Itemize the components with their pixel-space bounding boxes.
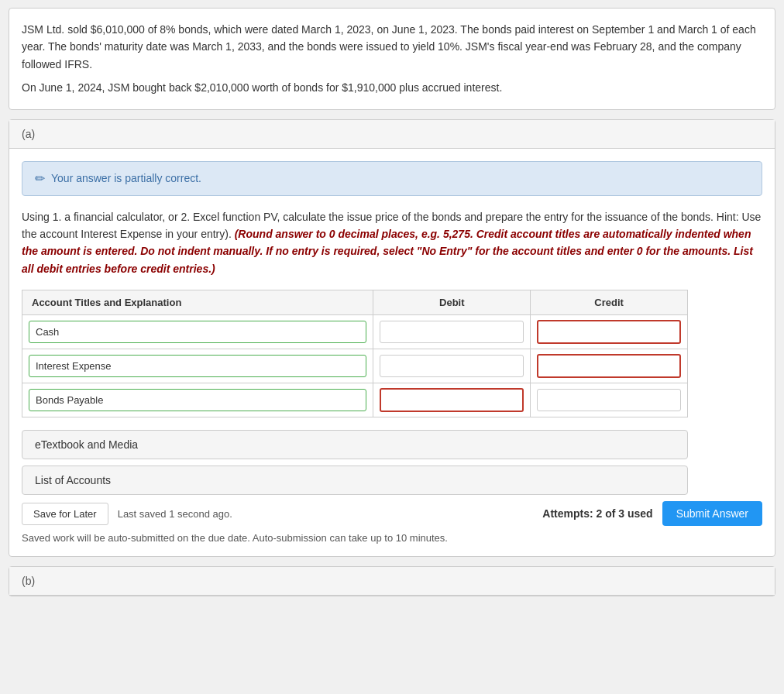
problem-text: JSM Ltd. sold $6,010,000 of 8% bonds, wh… bbox=[22, 21, 762, 73]
credit-input-3[interactable] bbox=[537, 389, 681, 411]
pencil-icon: ✏ bbox=[35, 171, 45, 186]
debit-cell-2 bbox=[373, 349, 531, 383]
section-a-header: (a) bbox=[9, 120, 775, 149]
problem-container: JSM Ltd. sold $6,010,000 of 8% bonds, wh… bbox=[9, 8, 775, 110]
account-input-3[interactable] bbox=[29, 389, 366, 411]
col-header-debit: Debit bbox=[373, 290, 531, 315]
debit-cell-1 bbox=[373, 315, 531, 349]
section-a-body: ✏ Your answer is partially correct. Usin… bbox=[9, 149, 775, 557]
col-header-account: Account Titles and Explanation bbox=[22, 290, 373, 315]
list-accounts-button[interactable]: List of Accounts bbox=[22, 466, 688, 495]
journal-table: Account Titles and Explanation Debit Cre… bbox=[22, 290, 688, 417]
debit-input-1[interactable] bbox=[380, 321, 524, 343]
credit-input-1[interactable] bbox=[537, 320, 681, 344]
footer-left: Save for Later Last saved 1 second ago. bbox=[22, 503, 232, 525]
submit-button[interactable]: Submit Answer bbox=[662, 501, 762, 526]
account-input-2[interactable] bbox=[29, 355, 366, 377]
save-later-button[interactable]: Save for Later bbox=[22, 503, 108, 525]
section-b: (b) bbox=[9, 566, 775, 596]
section-a-label: (a) bbox=[22, 128, 35, 140]
credit-cell-2 bbox=[531, 349, 688, 383]
problem-text-2: On June 1, 2024, JSM bought back $2,010,… bbox=[22, 79, 762, 96]
credit-input-2[interactable] bbox=[537, 354, 681, 378]
table-row bbox=[22, 383, 688, 417]
table-row bbox=[22, 349, 688, 383]
account-cell-2 bbox=[22, 349, 373, 383]
attempts-text: Attempts: 2 of 3 used bbox=[542, 507, 652, 520]
footer-row: Save for Later Last saved 1 second ago. … bbox=[22, 501, 762, 526]
col-header-credit: Credit bbox=[531, 290, 688, 315]
account-cell-3 bbox=[22, 383, 373, 417]
debit-cell-3 bbox=[373, 383, 531, 417]
account-input-1[interactable] bbox=[29, 321, 366, 343]
section-b-label: (b) bbox=[9, 567, 775, 596]
banner-text: Your answer is partially correct. bbox=[51, 172, 201, 184]
footer-right: Attempts: 2 of 3 used Submit Answer bbox=[542, 501, 762, 526]
account-cell-1 bbox=[22, 315, 373, 349]
debit-input-3[interactable] bbox=[380, 388, 524, 412]
last-saved-text: Last saved 1 second ago. bbox=[118, 508, 232, 520]
debit-input-2[interactable] bbox=[380, 355, 524, 377]
instruction-text: Using 1. a financial calculator, or 2. E… bbox=[22, 208, 762, 278]
section-a: (a) ✏ Your answer is partially correct. … bbox=[9, 119, 775, 558]
auto-submit-note: Saved work will be auto-submitted on the… bbox=[22, 532, 762, 544]
credit-cell-3 bbox=[531, 383, 688, 417]
credit-cell-1 bbox=[531, 315, 688, 349]
partial-correct-banner: ✏ Your answer is partially correct. bbox=[22, 161, 762, 196]
etextbook-button[interactable]: eTextbook and Media bbox=[22, 430, 688, 459]
table-row bbox=[22, 315, 688, 349]
